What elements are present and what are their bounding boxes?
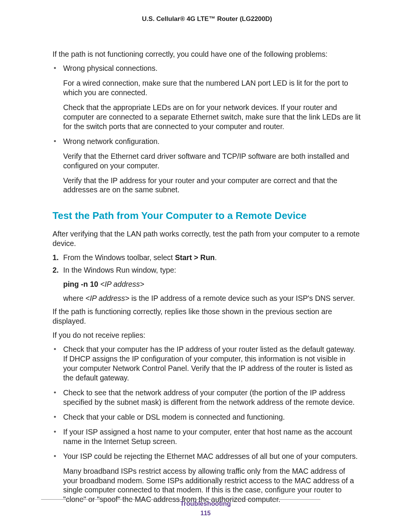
- step-text: From the Windows toolbar, select: [63, 253, 175, 262]
- list-item-paragraph: For a wired connection, make sure that t…: [63, 78, 362, 97]
- document-header-title: U.S. Cellular® 4G LTE™ Router (LG2200D): [53, 15, 362, 23]
- problem-list: Wrong physical connections. For a wired …: [53, 64, 362, 195]
- list-item-text: Check that your cable or DSL modem is co…: [63, 413, 285, 421]
- list-item-paragraph: Many broadband ISPs restrict access by a…: [63, 466, 362, 505]
- numbered-steps: From the Windows toolbar, select Start >…: [53, 253, 362, 303]
- list-item: Your ISP could be rejecting the Ethernet…: [53, 452, 362, 505]
- list-item: Wrong physical connections. For a wired …: [53, 64, 362, 131]
- step-bold: Start > Run: [175, 253, 215, 262]
- step-item: In the Windows Run window, type: ping -n…: [53, 265, 362, 303]
- list-item-title: Wrong network configuration.: [63, 137, 159, 145]
- list-item-title: Wrong physical connections.: [63, 64, 158, 72]
- list-item: Wrong network configuration. Verify that…: [53, 137, 362, 195]
- ping-where: where <IP address> is the IP address of …: [63, 294, 362, 303]
- list-item: Check that your computer has the IP addr…: [53, 345, 362, 383]
- after-steps-paragraph: If the path is functioning correctly, re…: [53, 307, 362, 326]
- list-item-text: Check that your computer has the IP addr…: [63, 345, 355, 382]
- footer-rule: [41, 499, 320, 500]
- step-text: In the Windows Run window, type:: [63, 266, 176, 274]
- intro-paragraph: If the path is not functioning correctly…: [53, 50, 362, 59]
- list-item: Check that your cable or DSL modem is co…: [53, 412, 362, 422]
- ping-command: ping -n 10 <IP address>: [63, 280, 362, 289]
- list-item-paragraph: Check that the appropriate LEDs are on f…: [63, 103, 362, 131]
- footer-page-number: 115: [0, 510, 411, 517]
- checks-list: Check that your computer has the IP addr…: [53, 345, 362, 504]
- page-footer: Troubleshooting 115: [0, 500, 411, 517]
- list-item-text: If your ISP assigned a host name to your…: [63, 428, 352, 446]
- document-page: U.S. Cellular® 4G LTE™ Router (LG2200D) …: [0, 0, 411, 532]
- ping-italic: <IP address>: [100, 280, 144, 288]
- where-suffix: is the IP address of a remote device suc…: [129, 294, 355, 302]
- step-item: From the Windows toolbar, select Start >…: [53, 253, 362, 262]
- section-intro: After verifying that the LAN path works …: [53, 229, 362, 248]
- list-item-paragraph: Verify that the IP address for your rout…: [63, 176, 362, 195]
- where-italic: <IP address>: [86, 294, 129, 302]
- footer-section-name: Troubleshooting: [0, 500, 411, 508]
- step-text: .: [215, 253, 217, 262]
- section-heading: Test the Path from Your Computer to a Re…: [53, 210, 362, 222]
- where-prefix: where: [63, 294, 86, 302]
- list-item: Check to see that the network address of…: [53, 388, 362, 407]
- list-item-text: Check to see that the network address of…: [63, 388, 355, 406]
- after-steps-paragraph: If you do not receive replies:: [53, 331, 362, 340]
- list-item: If your ISP assigned a host name to your…: [53, 427, 362, 446]
- list-item-title: Your ISP could be rejecting the Ethernet…: [63, 452, 358, 460]
- ping-bold: ping -n 10: [63, 280, 100, 288]
- list-item-paragraph: Verify that the Ethernet card driver sof…: [63, 152, 362, 171]
